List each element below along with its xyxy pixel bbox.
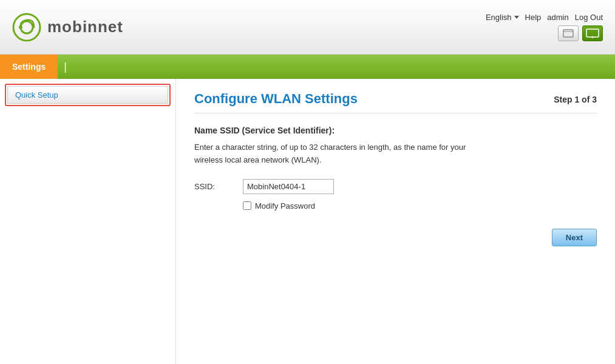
- settings-tab[interactable]: Settings: [0, 55, 58, 79]
- logo-icon: [12, 13, 41, 42]
- svg-point-0: [13, 14, 40, 41]
- modify-password-row: Modify Password: [243, 201, 597, 211]
- content-header: Configure WLAN Settings Step 1 of 3: [194, 91, 597, 113]
- window-icon-box[interactable]: [558, 25, 579, 41]
- nav-bar: Settings |: [0, 55, 615, 79]
- top-bar: mobinnet English Help admin Log Out: [0, 0, 615, 55]
- page-title: Configure WLAN Settings: [194, 91, 358, 107]
- svg-rect-4: [586, 29, 599, 37]
- quick-setup-sidebar-item[interactable]: Quick Setup: [5, 84, 171, 106]
- ssid-row: SSID:: [194, 179, 597, 194]
- monitor-icon-box[interactable]: [582, 25, 603, 41]
- quick-setup-link[interactable]: Quick Setup: [7, 86, 168, 104]
- top-icons: [558, 25, 603, 41]
- main-layout: Quick Setup Configure WLAN Settings Step…: [0, 79, 615, 364]
- help-link[interactable]: Help: [525, 13, 542, 22]
- section-title: Name SSID (Service Set Identifier):: [194, 126, 597, 135]
- top-right: English Help admin Log Out: [486, 13, 603, 41]
- modify-password-checkbox[interactable]: [243, 201, 251, 210]
- step-info: Step 1 of 3: [554, 95, 597, 104]
- description-line2: wireless local area network (WLAN).: [194, 155, 322, 164]
- admin-link[interactable]: admin: [547, 13, 568, 22]
- next-button[interactable]: Next: [552, 229, 597, 246]
- window-icon: [563, 29, 574, 38]
- svg-rect-2: [563, 30, 573, 37]
- modify-password-label: Modify Password: [255, 201, 315, 211]
- button-row: Next: [194, 229, 597, 246]
- language-dropdown-arrow[interactable]: [514, 16, 519, 19]
- logo-text: mobinnet: [47, 18, 123, 36]
- top-links: English Help admin Log Out: [486, 13, 603, 22]
- ssid-input[interactable]: [243, 179, 334, 194]
- monitor-icon: [586, 29, 599, 38]
- language-label: English: [486, 13, 512, 22]
- ssid-label: SSID:: [194, 182, 243, 191]
- svg-point-1: [19, 25, 22, 29]
- content-area: Configure WLAN Settings Step 1 of 3 Name…: [176, 79, 615, 364]
- description-line1: Enter a character string, of up to 32 ch…: [194, 143, 466, 152]
- logo-area: mobinnet: [12, 13, 123, 42]
- sidebar: Quick Setup: [0, 79, 176, 364]
- nav-divider: |: [64, 61, 67, 73]
- logout-link[interactable]: Log Out: [575, 13, 603, 22]
- description: Enter a character string, of up to 32 ch…: [194, 141, 597, 167]
- language-selector[interactable]: English: [486, 13, 519, 22]
